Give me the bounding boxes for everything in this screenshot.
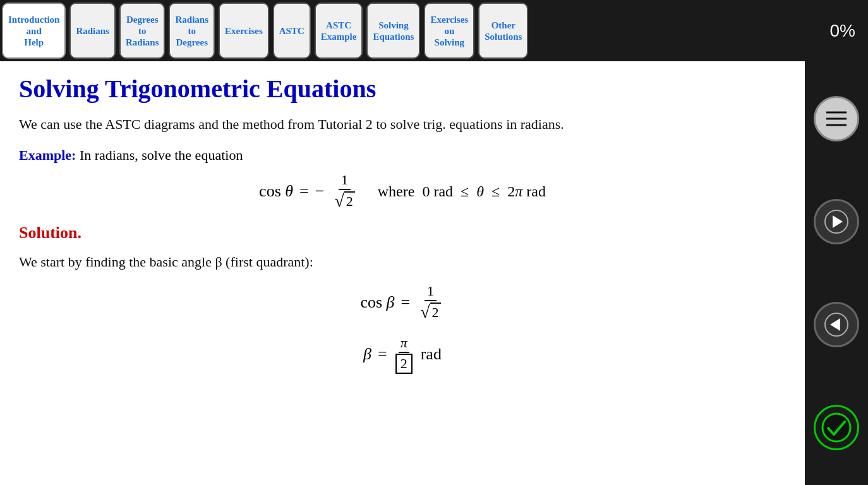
arrow-right-icon xyxy=(824,209,849,234)
equation-1: cos θ = − 1 √ 2 where 0 rad ≤ θ xyxy=(19,172,786,211)
check-button[interactable] xyxy=(814,405,859,450)
fraction-1: 1 √ 2 xyxy=(332,172,357,211)
content-area: Solving Trigonometric Equations We can u… xyxy=(0,61,805,485)
fraction-2: 1 √ 2 xyxy=(418,284,443,322)
example-label: Example: In radians, solve the equation xyxy=(19,147,786,164)
cos-theta: cos θ xyxy=(259,182,293,201)
theta-2: θ xyxy=(476,183,484,200)
menu-button[interactable] xyxy=(814,96,859,141)
equation-2-inner: cos β = 1 √ 2 xyxy=(360,284,444,322)
sqrt-content-1: 2 xyxy=(344,191,355,211)
beta-2: β xyxy=(363,345,371,364)
equation-3-inner: β = π 2 rad xyxy=(363,335,442,374)
svg-point-7 xyxy=(823,414,850,441)
equation-3: β = π 2 rad xyxy=(19,335,786,374)
check-icon xyxy=(821,412,852,443)
sqrt-symbol-1: √ xyxy=(334,192,344,210)
where-block: where 0 rad ≤ θ ≤ 2π rad xyxy=(378,183,546,200)
progress-text: 0% xyxy=(830,21,855,41)
equation-1-inner: cos θ = − 1 √ 2 where 0 rad ≤ θ xyxy=(259,172,546,211)
progress-display: 0% xyxy=(530,0,868,61)
zero-rad: 0 rad xyxy=(422,183,453,200)
page-title: Solving Trigonometric Equations xyxy=(19,74,786,104)
two-pi-rad: 2π rad xyxy=(507,183,546,200)
pi-fraction: π 2 xyxy=(394,335,414,374)
example-keyword: Example: xyxy=(19,147,76,163)
arrow-left-icon xyxy=(824,312,849,337)
nav-item-solving-equations[interactable]: SolvingEquations xyxy=(366,3,420,59)
where-text: where xyxy=(378,183,415,200)
nav-item-exercises[interactable]: Exercises xyxy=(219,3,269,59)
solution-paragraph: We start by finding the basic angle β (f… xyxy=(19,251,786,272)
nav-item-astc-example[interactable]: ASTCExample xyxy=(315,3,363,59)
cos-beta: cos β xyxy=(360,293,394,312)
denominator-1: √ 2 xyxy=(332,190,357,211)
pi-den: 2 xyxy=(394,353,414,374)
sqrt-symbol-2: √ xyxy=(420,303,430,321)
sqrt-2: √ 2 xyxy=(334,191,354,211)
rad-label: rad xyxy=(421,345,442,364)
numerator-1: 1 xyxy=(339,172,351,190)
sqrt-content-2: 2 xyxy=(430,302,441,322)
nav-item-radians[interactable]: Radians xyxy=(69,3,116,59)
intro-paragraph: We can use the ASTC diagrams and the met… xyxy=(19,114,786,135)
equals-3: = xyxy=(378,345,387,364)
nav-item-exercises-on-solving[interactable]: ExercisesonSolving xyxy=(424,3,474,59)
right-sidebar xyxy=(805,61,868,485)
boxed-denominator: 2 xyxy=(395,354,413,374)
solution-label: Solution. xyxy=(19,224,786,242)
numerator-2: 1 xyxy=(425,284,437,301)
next-button[interactable] xyxy=(814,199,859,244)
pi-num: π xyxy=(399,335,409,353)
nav-item-degrees-to-radians[interactable]: DegreestoRadians xyxy=(119,3,166,59)
equals-2: = xyxy=(401,293,411,312)
nav-item-other-solutions[interactable]: OtherSolutions xyxy=(478,3,528,59)
denominator-2: √ 2 xyxy=(418,301,443,322)
back-button[interactable] xyxy=(814,302,859,347)
menu-icon xyxy=(824,109,849,129)
main-layout: Solving Trigonometric Equations We can u… xyxy=(0,61,868,485)
navbar: IntroductionandHelp Radians DegreestoRad… xyxy=(0,0,868,61)
equals-1: = xyxy=(299,182,309,201)
sqrt-2b: √ 2 xyxy=(420,302,440,322)
equation-2: cos β = 1 √ 2 xyxy=(19,284,786,322)
leq-2: ≤ xyxy=(491,183,500,200)
nav-item-astc[interactable]: ASTC xyxy=(273,3,311,59)
example-text: In radians, solve the equation xyxy=(80,147,243,163)
negative-sign: − xyxy=(315,182,325,201)
nav-item-intro[interactable]: IntroductionandHelp xyxy=(2,3,66,59)
leq-1: ≤ xyxy=(461,183,469,200)
nav-item-radians-to-degrees[interactable]: RadianstoDegrees xyxy=(169,3,215,59)
